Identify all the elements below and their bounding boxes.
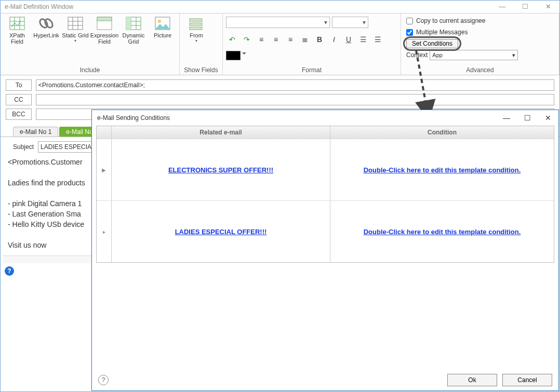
context-combo[interactable]: App ▾	[430, 50, 518, 60]
tool-label: XPath Field	[4, 32, 31, 45]
svg-rect-0	[10, 17, 24, 30]
numbers-icon: ☰	[375, 35, 381, 44]
ribbon-group-include: XPath Field HyperLink Static Grid ▾	[1, 13, 180, 75]
tool-dynamic-grid[interactable]: Dynamic Grid	[120, 16, 147, 45]
align-center-icon: ≡	[274, 35, 278, 44]
cc-button[interactable]: CC	[6, 94, 32, 105]
group-label: Include	[4, 65, 176, 75]
bold-button[interactable]: B	[313, 33, 326, 46]
tool-label: Static Grid	[62, 32, 88, 38]
ok-button[interactable]: Ok	[447, 374, 497, 386]
undo-button[interactable]: ↶	[226, 33, 238, 46]
dialog-help-icon[interactable]: ?	[98, 375, 109, 385]
sending-conditions-dialog: e-Mail Sending Conditions — ☐ ✕ Related …	[91, 110, 559, 391]
edit-condition-link[interactable]: Double-Click here to edit this template …	[364, 166, 521, 174]
svg-rect-3	[68, 17, 83, 30]
help-icon[interactable]: ?	[5, 266, 14, 276]
font-family-combo[interactable]: ▾	[226, 17, 330, 28]
bold-icon: B	[317, 35, 322, 44]
chevron-down-icon: ▾	[363, 19, 366, 26]
to-button[interactable]: To	[6, 79, 32, 91]
align-justify-button[interactable]: ≣	[299, 33, 311, 46]
context-label: Context	[406, 51, 428, 59]
title-bar: e-Mail Definition Window — ☐ ✕	[1, 1, 559, 13]
svg-point-9	[158, 20, 161, 23]
align-right-icon: ≡	[288, 35, 292, 44]
number-list-button[interactable]: ☰	[371, 33, 384, 46]
group-label: Format	[226, 65, 397, 75]
copy-assignee-label: Copy to current assignee	[416, 17, 485, 24]
tool-label: Expression Field	[90, 32, 118, 45]
cancel-button[interactable]: Cancel	[502, 374, 552, 386]
tool-from[interactable]: From ▾	[183, 16, 210, 43]
from-icon	[188, 16, 205, 31]
dialog-title: e-Mail Sending Conditions	[97, 114, 170, 121]
tool-label: Dynamic Grid	[120, 32, 147, 45]
ribbon-group-format: ▾ ▾ ↶ ↷ ≡ ≡ ≡ ≣ B I U ☰ ☰	[223, 13, 401, 75]
ribbon-group-advanced: Copy to current assignee Multiple Messag…	[401, 13, 559, 75]
font-color-button[interactable]	[226, 51, 241, 60]
chevron-down-icon: ▾	[74, 38, 76, 43]
grid-header-handle	[97, 126, 112, 139]
italic-button[interactable]: I	[328, 33, 340, 46]
grid-row[interactable]: ▸ LADIES ESPECIAL OFFER!!! Double-Click …	[97, 200, 554, 262]
to-field[interactable]: <Promotions.Customer.contactEmail>;	[36, 79, 554, 91]
copy-assignee-checkbox[interactable]	[406, 18, 413, 24]
close-button[interactable]: ✕	[537, 1, 559, 13]
row-handle-icon[interactable]: ▸	[97, 201, 112, 262]
grid-header-condition: Condition	[330, 126, 554, 139]
font-size-combo[interactable]: ▾	[332, 17, 368, 28]
maximize-button[interactable]: ☐	[514, 1, 537, 13]
picture-icon	[154, 16, 171, 31]
tab-email-1[interactable]: e-Mail No 1	[13, 127, 58, 137]
bcc-button[interactable]: BCC	[6, 109, 32, 120]
tool-label: HyperLink	[33, 32, 59, 38]
subject-label: Subject	[13, 143, 34, 151]
expression-icon	[96, 16, 113, 31]
underline-icon: U	[346, 35, 351, 44]
chevron-down-icon: ▾	[195, 38, 197, 43]
group-label: Advanced	[406, 65, 554, 75]
grid-icon	[125, 16, 142, 31]
align-left-button[interactable]: ≡	[255, 33, 268, 46]
minimize-button[interactable]: —	[491, 1, 514, 13]
dialog-title-bar: e-Mail Sending Conditions — ☐ ✕	[92, 110, 558, 126]
bullet-list-button[interactable]: ☰	[357, 33, 369, 46]
tool-expression-field[interactable]: Expression Field	[91, 16, 118, 45]
tool-picture[interactable]: Picture	[149, 16, 176, 38]
group-label: Show Fields	[183, 65, 219, 75]
svg-rect-7	[126, 17, 131, 30]
svg-rect-11	[190, 23, 202, 25]
dialog-maximize-button[interactable]: ☐	[517, 110, 538, 126]
align-center-button[interactable]: ≡	[270, 33, 282, 46]
related-email-link[interactable]: LADIES ESPECIAL OFFER!!!	[175, 228, 267, 236]
set-conditions-button[interactable]: Set Conditions	[406, 39, 458, 48]
cc-field[interactable]	[36, 94, 554, 105]
row-handle-icon[interactable]: ▶	[97, 139, 112, 200]
dialog-minimize-button[interactable]: —	[496, 110, 517, 126]
chevron-down-icon: ▾	[324, 19, 327, 26]
grid-row[interactable]: ▶ ELECTRONICS SUPER OFFER!!! Double-Clic…	[97, 139, 554, 200]
undo-icon: ↶	[229, 35, 235, 44]
underline-button[interactable]: U	[342, 33, 355, 46]
tool-hyperlink[interactable]: HyperLink	[33, 16, 60, 38]
context-value: App	[432, 52, 443, 58]
tool-static-grid[interactable]: Static Grid ▾	[62, 16, 89, 43]
chevron-down-icon: ▾	[512, 52, 515, 59]
italic-icon: I	[333, 35, 335, 44]
align-left-icon: ≡	[259, 35, 263, 44]
link-icon	[37, 16, 55, 31]
align-justify-icon: ≣	[302, 35, 308, 44]
bullets-icon: ☰	[360, 35, 367, 44]
grid-header-related: Related e-mail	[112, 126, 330, 139]
tool-xpath-field[interactable]: XPath Field	[4, 16, 31, 45]
edit-condition-link[interactable]: Double-Click here to edit this template …	[364, 228, 521, 236]
redo-button[interactable]: ↷	[241, 33, 253, 46]
multiple-messages-checkbox[interactable]	[406, 29, 413, 36]
related-email-link[interactable]: ELECTRONICS SUPER OFFER!!!	[168, 166, 273, 174]
tool-label: From	[190, 32, 203, 38]
window-title: e-Mail Definition Window	[5, 1, 491, 13]
grid-header: Related e-mail Condition	[97, 126, 554, 139]
align-right-button[interactable]: ≡	[284, 33, 297, 46]
dialog-close-button[interactable]: ✕	[538, 110, 558, 126]
